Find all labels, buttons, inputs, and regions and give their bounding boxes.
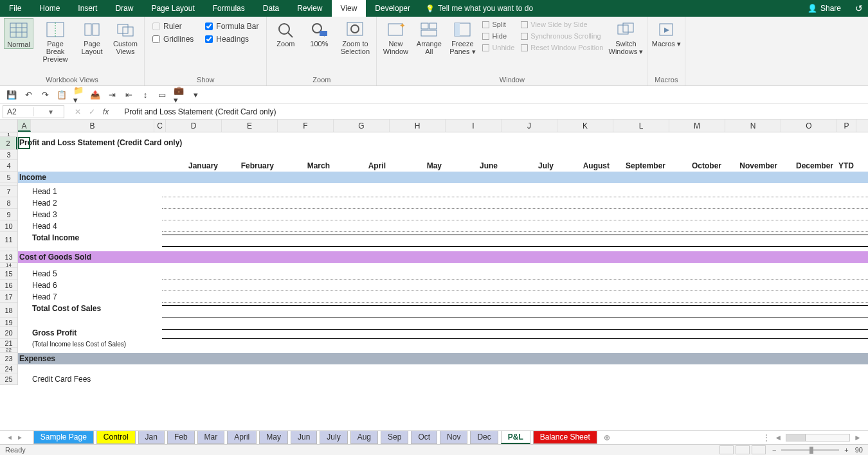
row-header-5[interactable]: 5 <box>0 172 17 183</box>
col-header-K[interactable]: K <box>557 120 613 132</box>
gross-profit[interactable]: Gross Profit <box>31 327 154 339</box>
col-header-O[interactable]: O <box>781 120 837 132</box>
worksheet-grid[interactable]: 12345789101113141516171819202122232425 P… <box>0 132 868 421</box>
month-YTD[interactable]: YTD <box>837 160 856 172</box>
menu-view[interactable]: View <box>332 0 366 17</box>
total-income[interactable]: Total Income <box>31 232 154 247</box>
pad[interactable] <box>18 186 31 197</box>
hscroll-right-icon[interactable]: ► <box>854 433 862 442</box>
enter-icon[interactable]: ✓ <box>89 107 95 116</box>
view-page-layout-icon[interactable] <box>736 445 750 454</box>
month-July[interactable]: July <box>502 160 557 172</box>
month-February[interactable]: February <box>222 160 278 172</box>
macros-button[interactable]: Macros ▾ <box>651 18 681 48</box>
sheet-tab-may[interactable]: May <box>259 431 288 444</box>
income-head[interactable]: Head 3 <box>31 209 154 220</box>
qat-icon-2[interactable]: 📁▾ <box>73 90 84 100</box>
row-header-3[interactable]: 3 <box>0 150 17 160</box>
row-header-4[interactable]: 4 <box>0 160 17 172</box>
zoom-to-selection-button[interactable]: Zoom to Selection <box>338 18 372 55</box>
income-head[interactable]: Head 4 <box>31 220 154 232</box>
qat-icon-3[interactable]: 📤 <box>90 90 100 100</box>
col-header-B[interactable]: B <box>31 120 154 132</box>
menu-developer[interactable]: Developer <box>366 0 419 17</box>
row-header-23[interactable]: 23 <box>0 353 17 364</box>
menu-data[interactable]: Data <box>254 0 288 17</box>
sheet-tab-july[interactable]: July <box>320 431 347 444</box>
cell[interactable] <box>18 303 31 318</box>
row-header-2[interactable]: 2 <box>0 137 17 150</box>
sheet-tab-sep[interactable]: Sep <box>381 431 408 444</box>
month-December[interactable]: December <box>781 160 837 172</box>
undo-icon[interactable]: ↶ <box>23 90 33 100</box>
col-header-L[interactable]: L <box>613 120 669 132</box>
sheet-tab-control[interactable]: Control <box>96 431 136 444</box>
col-header-H[interactable]: H <box>390 120 446 132</box>
split-button[interactable]: Split <box>481 19 516 30</box>
view-page-break-icon[interactable] <box>752 445 766 454</box>
ruler-checkbox[interactable]: Ruler <box>152 22 194 31</box>
row-header-11[interactable]: 11 <box>0 232 17 247</box>
page-layout-view-button[interactable]: Page Layout <box>77 18 107 55</box>
menu-draw[interactable]: Draw <box>106 0 142 17</box>
fx-icon[interactable]: fx <box>103 107 109 116</box>
sheet-tab-p-l[interactable]: P&L <box>501 431 530 444</box>
menu-file[interactable]: File <box>0 0 30 17</box>
tab-nav-first-icon[interactable]: ◄ <box>6 434 13 441</box>
month-March[interactable]: March <box>278 160 334 172</box>
row-header-20[interactable]: 20 <box>0 327 17 339</box>
view-normal-icon[interactable] <box>719 445 734 454</box>
col-header-E[interactable]: E <box>222 120 278 132</box>
gridlines-checkbox[interactable]: Gridlines <box>152 35 194 44</box>
col-header-A[interactable]: A <box>18 120 31 132</box>
cogs-head[interactable]: Head 7 <box>31 291 154 303</box>
menu-page-layout[interactable]: Page Layout <box>142 0 203 17</box>
row-header-17[interactable]: 17 <box>0 291 17 303</box>
sheet-tab-april[interactable]: April <box>227 431 257 444</box>
pad[interactable] <box>18 209 31 220</box>
row-header-19[interactable]: 19 <box>0 318 17 327</box>
row-header-18[interactable]: 18 <box>0 303 17 318</box>
row-header-25[interactable]: 25 <box>0 373 17 385</box>
reset-window-position-button[interactable]: Reset Window Position <box>520 42 604 53</box>
zoom-level[interactable]: 90 <box>855 446 863 454</box>
cell[interactable] <box>18 291 31 303</box>
sheet-tab-sample-page[interactable]: Sample Page <box>33 431 94 444</box>
sheet-tab-balance-sheet[interactable]: Balance Sheet <box>533 431 597 444</box>
income-head[interactable]: Head 1 <box>31 186 154 197</box>
cell[interactable] <box>18 232 31 247</box>
hscroll-left-icon[interactable]: ◄ <box>774 433 782 442</box>
qat-icon-7[interactable]: ▭ <box>157 90 167 100</box>
month-September[interactable]: September <box>613 160 669 172</box>
col-header-J[interactable]: J <box>502 120 557 132</box>
total-cost-of-sales[interactable]: Total Cost of Sales <box>31 303 154 318</box>
sheet-tab-nov[interactable]: Nov <box>440 431 467 444</box>
add-sheet-button[interactable]: ⊕ <box>597 432 613 443</box>
row-header-13[interactable]: 13 <box>0 251 17 263</box>
select-all-corner[interactable] <box>0 120 18 132</box>
zoom-100-button[interactable]: 100% <box>304 18 334 48</box>
name-box[interactable]: A2 ▾ <box>3 105 64 118</box>
col-header-D[interactable]: D <box>166 120 222 132</box>
col-header-C[interactable]: C <box>154 120 166 132</box>
month-January[interactable]: January <box>166 160 222 172</box>
menu-formulas[interactable]: Formulas <box>204 0 254 17</box>
row-header-9[interactable]: 9 <box>0 209 17 220</box>
view-side-by-side-button[interactable]: View Side by Side <box>520 19 604 30</box>
cancel-icon[interactable]: ✕ <box>75 107 81 116</box>
sheet-tab-dec[interactable]: Dec <box>470 431 498 444</box>
cell[interactable] <box>18 280 31 291</box>
row-header-10[interactable]: 10 <box>0 220 17 232</box>
column-headers[interactable]: ABCDEFGHIJKLMNOP <box>0 120 868 132</box>
sheet-tab-feb[interactable]: Feb <box>167 431 195 444</box>
menu-review[interactable]: Review <box>288 0 331 17</box>
formula-input[interactable]: Profit and Loss Statement (Credit Card o… <box>116 107 868 116</box>
sheet-tab-oct[interactable]: Oct <box>411 431 437 444</box>
qat-icon-5[interactable]: ⇤ <box>123 90 134 100</box>
cell[interactable] <box>18 373 31 385</box>
cell-blank[interactable] <box>18 160 166 172</box>
arrange-all-button[interactable]: Arrange All <box>414 18 444 55</box>
month-November[interactable]: November <box>725 160 781 172</box>
headings-checkbox[interactable]: Headings <box>205 35 258 44</box>
new-window-button[interactable]: ✦ New Window <box>381 18 410 55</box>
